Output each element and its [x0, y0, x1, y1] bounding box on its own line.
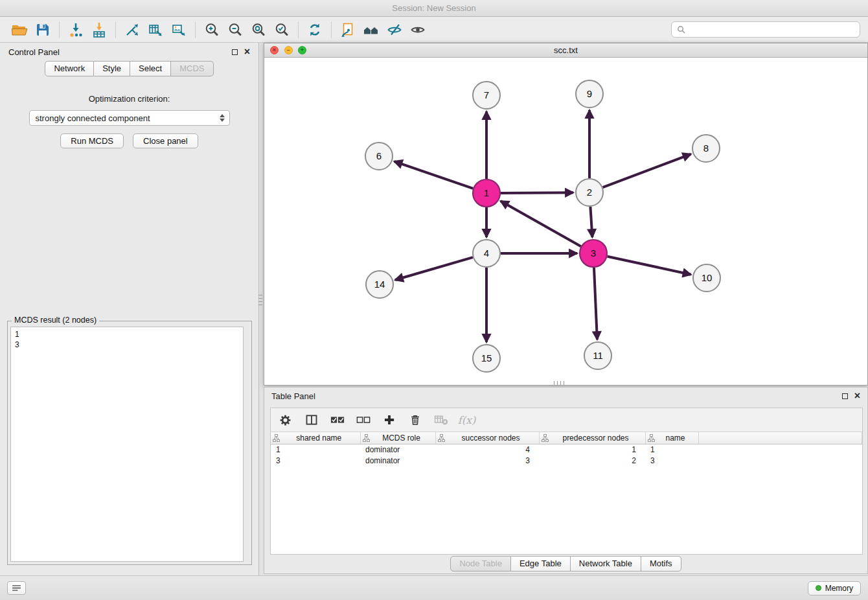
- table-toolbar: f(x): [271, 408, 862, 432]
- graph-edge-3-10[interactable]: [608, 257, 691, 275]
- graph-node-6[interactable]: 6: [365, 143, 393, 170]
- table-tab-motifs[interactable]: Motifs: [641, 556, 681, 571]
- table-settings-button[interactable]: [277, 411, 294, 429]
- export-network-button[interactable]: [120, 19, 144, 40]
- table-tab-node-table[interactable]: Node Table: [450, 556, 511, 571]
- graph-node-7[interactable]: 7: [473, 82, 500, 109]
- run-mcds-button[interactable]: Run MCDS: [60, 133, 124, 148]
- zoom-in-button[interactable]: [200, 19, 223, 40]
- dropdown-stepper-icon: [218, 114, 227, 122]
- tab-style[interactable]: Style: [94, 61, 130, 76]
- graph-node-label: 8: [703, 143, 709, 154]
- table-row[interactable]: 1dominator411: [271, 444, 862, 455]
- close-window-icon[interactable]: ×: [270, 46, 279, 54]
- graph-node-15[interactable]: 15: [473, 345, 500, 372]
- apply-layout-button[interactable]: [303, 19, 326, 40]
- column-visibility-button[interactable]: [303, 411, 320, 429]
- graph-edge-1-6[interactable]: [394, 161, 474, 189]
- export-network-icon: [124, 22, 140, 38]
- import-table-button[interactable]: [87, 19, 111, 40]
- export-image-button[interactable]: [167, 19, 190, 40]
- graph-node-8[interactable]: 8: [692, 135, 720, 162]
- optimization-criterion-label: Optimization criterion:: [0, 94, 258, 104]
- column-header-MCDS-role[interactable]: MCDS role: [360, 432, 435, 444]
- network-overview-button[interactable]: [336, 19, 360, 40]
- graph-edge-2-3[interactable]: [590, 207, 592, 237]
- close-panel-button[interactable]: Close panel: [133, 133, 198, 148]
- graph-edge-2-8[interactable]: [603, 154, 691, 187]
- graph-node-3[interactable]: 3: [580, 240, 607, 267]
- search-input[interactable]: [689, 25, 854, 34]
- eye-icon: [410, 22, 426, 38]
- memory-button[interactable]: Memory: [808, 581, 861, 595]
- graph-node-label: 2: [587, 187, 592, 198]
- mcds-result-box[interactable]: 13: [10, 327, 244, 562]
- graph-edge-1-2[interactable]: [501, 192, 573, 193]
- graph-node-14[interactable]: 14: [366, 271, 393, 298]
- save-disk-icon: [35, 22, 51, 38]
- status-bar: Memory: [0, 575, 868, 600]
- graph-node-2[interactable]: 2: [576, 179, 603, 206]
- function-builder-button[interactable]: f(x): [458, 411, 475, 429]
- add-column-button[interactable]: [380, 411, 398, 429]
- maximize-window-icon[interactable]: +: [298, 46, 306, 54]
- console-button[interactable]: [7, 581, 26, 595]
- deselect-all-button[interactable]: [354, 411, 372, 429]
- table-tab-edge-table[interactable]: Edge Table: [511, 556, 571, 571]
- column-header-predecessor-nodes[interactable]: predecessor nodes: [539, 432, 645, 444]
- graph-node-11[interactable]: 11: [584, 342, 611, 369]
- column-tree-icon: [542, 434, 549, 442]
- zoom-fit-button[interactable]: [247, 19, 270, 40]
- network-window-title: scc.txt: [554, 45, 578, 55]
- close-table-panel-icon[interactable]: ×: [854, 391, 860, 401]
- table-row[interactable]: 3dominator323: [271, 455, 862, 466]
- export-table-button[interactable]: [144, 19, 167, 40]
- delete-table-button[interactable]: [432, 411, 450, 429]
- select-all-button[interactable]: [328, 411, 346, 429]
- column-header-successor-nodes[interactable]: successor nodes: [435, 432, 539, 444]
- tab-mcds[interactable]: MCDS: [171, 61, 213, 76]
- import-network-button[interactable]: [64, 19, 87, 40]
- minimize-window-icon[interactable]: –: [284, 46, 293, 54]
- graph-edge-3-11[interactable]: [594, 268, 597, 340]
- graph-edge-3-1[interactable]: [501, 201, 581, 246]
- column-header-name[interactable]: name: [645, 432, 698, 444]
- zoom-selected-button[interactable]: [270, 19, 293, 40]
- delete-column-button[interactable]: [406, 411, 424, 429]
- graph-node-4[interactable]: 4: [473, 240, 500, 267]
- table-cell: 1: [539, 444, 645, 455]
- window-titlebar: Session: New Session: [0, 0, 868, 17]
- graph-node-label: 10: [702, 272, 713, 283]
- float-panel-icon[interactable]: [232, 49, 238, 55]
- save-session-button[interactable]: [31, 19, 54, 40]
- tab-select[interactable]: Select: [130, 61, 171, 76]
- table-cell: 3: [435, 455, 539, 466]
- graph-node-9[interactable]: 9: [576, 80, 603, 108]
- graph-node-1[interactable]: 1: [473, 179, 500, 207]
- zoom-out-button[interactable]: [223, 19, 247, 40]
- graph-node-label: 7: [484, 89, 489, 100]
- toolbar-separator: [115, 21, 116, 38]
- control-panel-title: Control Panel: [8, 47, 60, 57]
- tab-network[interactable]: Network: [45, 61, 94, 76]
- close-panel-icon[interactable]: ×: [244, 47, 250, 57]
- horizontal-splitter-grip[interactable]: [554, 381, 564, 385]
- float-table-panel-icon[interactable]: [842, 393, 848, 399]
- network-window-titlebar[interactable]: × – + scc.txt: [264, 43, 867, 58]
- eye-slash-icon: [387, 22, 402, 38]
- table-tab-network-table[interactable]: Network Table: [571, 556, 641, 571]
- network-graph[interactable]: 1234678910111415: [264, 58, 867, 385]
- first-neighbors-button[interactable]: [360, 19, 383, 40]
- search-box[interactable]: [671, 21, 860, 38]
- houses-icon: [363, 22, 380, 38]
- column-header-shared-name[interactable]: shared name: [271, 432, 360, 444]
- criterion-dropdown[interactable]: strongly connected component: [29, 110, 230, 126]
- vertical-splitter-grip[interactable]: [258, 295, 262, 305]
- graph-edge-4-14[interactable]: [395, 257, 473, 280]
- open-session-button[interactable]: [8, 19, 31, 40]
- show-hide-button[interactable]: [406, 19, 429, 40]
- graph-node-10[interactable]: 10: [693, 264, 720, 292]
- table-panel-header: Table Panel ×: [264, 387, 867, 404]
- graphics-details-button[interactable]: [383, 19, 406, 40]
- delete-table-icon: [434, 414, 448, 426]
